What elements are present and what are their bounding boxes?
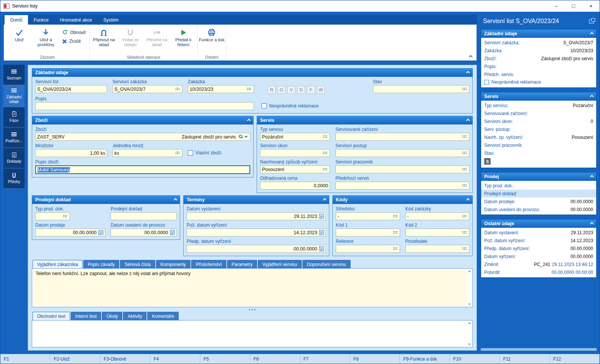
kod-zakazky-input[interactable]: - bbox=[405, 212, 470, 220]
calendar-button[interactable] bbox=[170, 230, 175, 235]
dropdown-button[interactable] bbox=[462, 213, 468, 219]
save-button[interactable]: Ulož bbox=[6, 26, 33, 54]
dropdown-button[interactable] bbox=[323, 150, 328, 156]
servisni-ukon-input[interactable] bbox=[260, 149, 330, 157]
collapse-chevron-icon[interactable] bbox=[466, 118, 470, 122]
collapse-chevron-icon[interactable] bbox=[466, 71, 470, 75]
collapse-chevron-icon[interactable] bbox=[323, 198, 327, 202]
collapse-chevron-icon[interactable] bbox=[590, 222, 594, 226]
tab-obchodni-text[interactable]: Obchodní text bbox=[33, 312, 70, 320]
scroll-up-icon[interactable] bbox=[468, 322, 471, 324]
sidebar-item-faze[interactable]: Fáze bbox=[3, 107, 25, 128]
receive-to-stock-button[interactable]: Přijmout na sklad bbox=[90, 26, 117, 54]
functions-print-button[interactable]: Funkce a tisk bbox=[198, 26, 225, 54]
panel-row[interactable]: Předch. servis: bbox=[481, 70, 596, 78]
panel-row[interactable]: Zakázka:10/2023/23 bbox=[481, 47, 596, 54]
refresh-button[interactable]: Obnovit bbox=[62, 29, 86, 36]
ribbon-tab-system[interactable]: Systém bbox=[98, 15, 124, 25]
ribbon-tab-hromadne-akce[interactable]: Hromadné akce bbox=[54, 15, 98, 25]
zakazka-input[interactable]: 10/2023/23 bbox=[188, 85, 254, 93]
fkey-f3-refresh[interactable]: F3-Obnovit bbox=[100, 354, 150, 364]
kod1-input[interactable] bbox=[336, 229, 400, 236]
servisni-postup-input[interactable] bbox=[335, 149, 469, 157]
collapse-chevron-icon[interactable] bbox=[174, 198, 178, 202]
collapse-chevron-icon[interactable] bbox=[590, 175, 594, 179]
dropdown-button[interactable] bbox=[175, 150, 181, 156]
panel-row[interactable]: Změnil:PC_24129.11.2023 13:48:12 bbox=[481, 260, 596, 268]
tab-doporuceni-servisu[interactable]: Doporučení servisu bbox=[302, 260, 351, 268]
panel-row[interactable]: Datum uvedení do provozu:00.00.0000 bbox=[481, 205, 596, 213]
scroll-up-icon[interactable] bbox=[468, 270, 471, 272]
ribbon-tab-funkce[interactable]: Funkce bbox=[28, 15, 54, 25]
servisovane-zarizeni-input[interactable] bbox=[335, 133, 469, 141]
referent-input[interactable] bbox=[336, 245, 400, 253]
ribbon-collapse-chevron-icon[interactable] bbox=[469, 55, 473, 59]
datum-prodeje-input[interactable]: 00.00.0000 bbox=[35, 229, 105, 236]
predchozi-servis-input[interactable] bbox=[335, 182, 469, 190]
panel-resize-grip[interactable] bbox=[481, 348, 597, 351]
splitter-handle[interactable] bbox=[32, 307, 473, 312]
panel-row[interactable]: Potvrdil:00.00.0000 00:00:00 bbox=[481, 268, 596, 276]
tab-ukoly[interactable]: Úkoly bbox=[102, 312, 122, 320]
prostredek-input[interactable] bbox=[405, 245, 470, 253]
calendar-button[interactable] bbox=[319, 246, 324, 251]
popis-input[interactable] bbox=[35, 102, 254, 110]
servisni-pracovnik-input[interactable] bbox=[335, 165, 469, 173]
sidebar-item-podrizene[interactable]: Podříze... bbox=[3, 128, 25, 148]
calendar-button[interactable] bbox=[98, 230, 103, 235]
dropdown-button[interactable] bbox=[462, 86, 468, 92]
dropdown-button[interactable] bbox=[246, 86, 252, 92]
chevron-down-icon[interactable] bbox=[245, 135, 248, 138]
tab-komentare[interactable]: Komentáře bbox=[147, 312, 179, 320]
datum-uvedeni-input[interactable]: 00.00.0000 bbox=[111, 229, 177, 236]
dropdown-button[interactable] bbox=[462, 183, 468, 188]
tab-aktivity[interactable]: Aktivity bbox=[123, 312, 146, 320]
dropdown-button[interactable] bbox=[462, 150, 468, 156]
scroll-down-icon[interactable] bbox=[468, 303, 471, 305]
dropdown-button[interactable] bbox=[462, 230, 468, 235]
panel-row[interactable]: Popis: bbox=[481, 62, 596, 70]
customer-statement-text[interactable]: Telefon není funkční. Lze zapnout, ale n… bbox=[33, 269, 467, 306]
datum-vystaveni-input[interactable]: 29.11.2023 bbox=[187, 212, 326, 220]
search-icon[interactable] bbox=[239, 135, 242, 138]
collapse-chevron-icon[interactable] bbox=[590, 95, 594, 98]
sidebar-item-seznam[interactable]: Seznam bbox=[3, 65, 25, 85]
zbozi-input[interactable]: ZAST_SERV Zástupné zboží pro servis bbox=[35, 133, 250, 141]
dropdown-button[interactable] bbox=[175, 86, 181, 92]
checkbox[interactable] bbox=[484, 80, 489, 85]
panel-row[interactable]: Navrh. zp. vyřízení:Posouzení bbox=[481, 133, 596, 141]
dropdown-button[interactable] bbox=[323, 134, 328, 140]
dropdown-button[interactable] bbox=[462, 246, 468, 252]
sidebar-item-prilohy[interactable]: Přílohy bbox=[3, 168, 25, 189]
panel-row[interactable]: Typ prod. dok.: bbox=[481, 182, 596, 190]
minimize-button[interactable]: − bbox=[547, 0, 565, 12]
scroll-down-icon[interactable] bbox=[468, 344, 471, 345]
panel-row[interactable]: Serv. postup: bbox=[481, 125, 596, 133]
servisni-zakazka-input[interactable]: S_OVA/2023/7 bbox=[112, 85, 182, 93]
popis-zbozi-input[interactable]: Mobil Samsung bbox=[35, 165, 250, 174]
hand-over-button[interactable]: Předat k řešení bbox=[170, 26, 196, 54]
panel-row[interactable]: Datum vyřízení:00.00.0000 bbox=[481, 252, 596, 260]
stredisko-input[interactable]: - bbox=[336, 212, 400, 220]
panel-row[interactable]: Datum prodeje:00.00.0000 bbox=[481, 198, 596, 205]
tab-vyjadreni-servisu[interactable]: Vyjádření servisu bbox=[258, 260, 302, 268]
dropdown-button[interactable] bbox=[462, 166, 468, 172]
kod2-input[interactable] bbox=[405, 229, 470, 236]
dropdown-button[interactable] bbox=[393, 230, 398, 235]
dropdown-button[interactable] bbox=[62, 213, 68, 219]
popout-icon[interactable] bbox=[589, 19, 594, 23]
panel-row[interactable]: Předp. datum vyřízení:00.00.0000 bbox=[481, 244, 596, 252]
panel-row[interactable]: Pož. datum vyřízení:14.12.2023 bbox=[481, 236, 596, 244]
prodejni-doklad-input[interactable] bbox=[111, 212, 177, 220]
scrollbar[interactable] bbox=[467, 321, 472, 346]
sidebar-item-zakladni-udaje[interactable]: Základní údaje bbox=[3, 85, 25, 107]
tab-seriova-cisla[interactable]: Sériová čísla bbox=[120, 260, 155, 268]
ribbon-tab-domu[interactable]: Domů bbox=[5, 15, 28, 25]
fkey-f9-print[interactable]: F9-Funkce a tisk bbox=[400, 354, 450, 364]
checkbox[interactable] bbox=[262, 103, 267, 109]
tab-parametry[interactable]: Parametry bbox=[227, 260, 257, 268]
tab-vyjadreni-zakaznika[interactable]: Vyjádření zákazníka bbox=[33, 260, 83, 268]
mnozstvi-input[interactable]: 1,00 ks bbox=[35, 149, 107, 157]
panel-row[interactable]: Servisované zařízení: bbox=[481, 109, 596, 117]
poz-datum-vyrizeni-input[interactable]: 14.12.2023 bbox=[187, 229, 326, 236]
